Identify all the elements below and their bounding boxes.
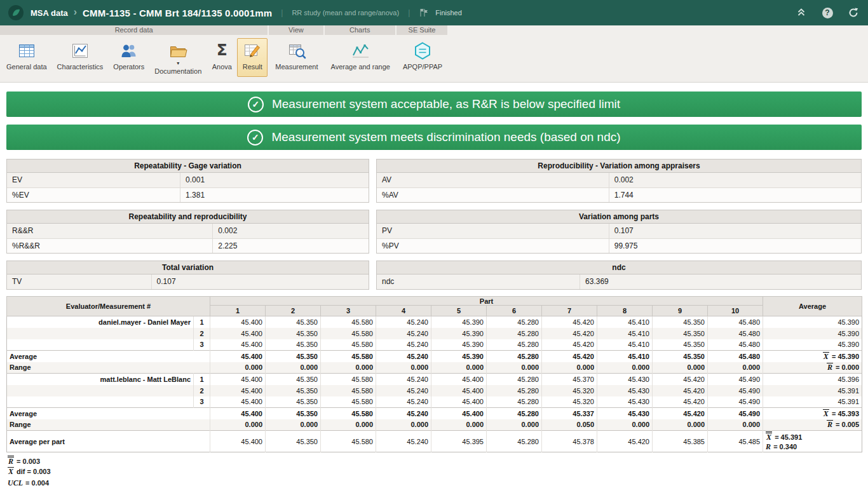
row-average: 45.390 [763,316,862,328]
measurement-value: 45.400 [210,374,266,385]
stat-symbol: X [766,431,772,441]
measurement-value: 45.240 [376,316,431,328]
range-value: 0.000 [431,419,487,431]
measurement-value: 45.390 [431,316,487,328]
measurement-value: 45.580 [321,339,376,351]
measurement-value: 45.280 [487,374,542,385]
ribbon-button-anova[interactable]: ΣAnova [207,38,237,77]
ribbon-button-characteristics[interactable]: Characteristics [52,38,109,77]
measurement-value: 45.350 [266,396,321,408]
measurement-value: 45.400 [431,385,487,396]
measurement-value: 45.350 [653,339,708,351]
stat-value: = 45.393 [830,410,859,417]
range-value: 0.000 [266,362,321,374]
part-column-header: 6 [487,306,542,316]
row-average: 45.390 [763,328,862,339]
range-value: 0.000 [321,362,376,374]
ribbon-button-label: APQP/PPAP [403,63,442,71]
stat-value: = 0.005 [834,421,859,428]
breadcrumb-msa-data[interactable]: MSA data [31,8,68,18]
measurement-value: 45.580 [321,316,376,328]
average-per-part-value: 45.240 [376,431,431,452]
question-mark-icon: ? [822,8,833,18]
summary-row-label: R&&R [7,224,213,238]
finished-flag-icon [419,8,429,17]
measurement-value: 45.280 [487,339,542,351]
page-title: CMM-1135 - CMM Brt 184/1135 0.0001mm [83,8,272,18]
summary-row-label: PV [377,224,609,238]
ribbon-button-result[interactable]: Result [237,38,268,77]
check-glyph: ✓ [252,99,260,109]
measurement-value: 45.400 [431,374,487,385]
measurement-value: 45.390 [431,328,487,339]
range-value: 0.000 [487,419,542,431]
ribbon-button-general-data[interactable]: General data [1,38,52,77]
dropdown-caret-icon: ▾ [177,61,179,65]
characteristics-icon [70,41,90,61]
app-logo-icon [8,4,24,21]
operators-icon [119,41,139,61]
average-value: 45.410 [597,351,653,362]
average-value: 45.350 [266,408,321,419]
summary-table-repeatability-gage-variation: Repeatability - Gage variationEV0.001%EV… [6,159,369,203]
ribbon-group-se-suite: SE SuiteAPQP/PPAP [397,25,449,72]
ribbon-button-operators[interactable]: Operators [108,38,149,77]
summary-row-value: 0.002 [609,173,861,187]
stat-value: = 45.390 [830,353,859,360]
ribbon-button-label: General data [6,63,47,71]
summary-table-title: Reproducibility - Variation among apprai… [377,159,861,173]
range-value: 0.050 [542,419,597,431]
measurement-value: 45.400 [210,339,266,351]
measurement-value: 45.420 [653,374,708,385]
average-value: 45.430 [597,408,653,419]
trial-number: 1 [194,316,210,328]
average-value: 45.390 [431,351,487,362]
breadcrumb-chevron-icon: › [74,6,77,18]
average-label: Average [7,351,210,362]
average-value: 45.350 [266,351,321,362]
apqp-icon [412,41,433,61]
range-value: 0.000 [376,362,431,374]
evaluator-name [7,339,194,351]
ribbon-button-average-and-range[interactable]: Average and range [326,38,395,72]
summary-row-value: 63.369 [580,274,861,289]
summary-row-value: 1.744 [609,188,861,202]
part-column-header: 4 [376,306,431,316]
ribbon-button-documentation[interactable]: ▾Documentation [149,38,207,77]
measurement-value: 45.400 [210,385,266,396]
ribbon-group-record-data: Record dataGeneral dataCharacteristicsOp… [0,25,269,77]
banner-rr-text: Measurement system acceptable, as R&R is… [272,97,620,111]
measurement-value: 45.350 [653,316,708,328]
range-value: 0.000 [708,362,763,374]
measurement-value: 45.420 [542,339,597,351]
range-value: 0.000 [708,419,763,431]
summary-row: R&&R0.002 [7,224,369,238]
summary-table-total-variation: Total variationTV0.107 [6,261,369,290]
ribbon-button-apqp-ppap[interactable]: APQP/PPAP [398,38,447,72]
ribbon-button-measurement[interactable]: Measurement [270,38,323,72]
range-value: 0.000 [431,362,487,374]
help-button[interactable]: ? [820,6,834,20]
summary-table-repeatability-and-reproducibility: Repeatability and reproducibilityR&&R0.0… [6,210,369,254]
evaluator-measurement-header: Evaluator/Measurement # [7,297,210,316]
measurement-value: 45.430 [597,374,653,385]
range-value: 0.000 [597,419,653,431]
stat-line: R = 0.340 [766,442,859,452]
measurement-value: 45.410 [597,328,653,339]
stat-symbol: R [766,442,771,451]
average-value: 45.400 [431,408,487,419]
collapse-ribbon-button[interactable] [794,6,808,20]
summary-table-title: Variation among parts [377,210,861,224]
trial-row: matt.leblanc - Matt LeBlanc145.40045.350… [7,374,862,385]
average-value: 45.350 [653,351,708,362]
measurement-value: 45.400 [210,316,266,328]
measurement-value: 45.480 [708,339,763,351]
summary-table-title: Total variation [7,261,369,274]
measurement-value: 45.390 [431,339,487,351]
trial-row: 345.40045.35045.58045.24045.40045.28045.… [7,396,862,408]
refresh-button[interactable] [846,6,860,20]
average-value: 45.490 [708,408,763,419]
average-value: 45.280 [487,408,542,419]
trial-number: 2 [194,385,210,396]
ribbon-group-label: SE Suite [397,25,447,35]
